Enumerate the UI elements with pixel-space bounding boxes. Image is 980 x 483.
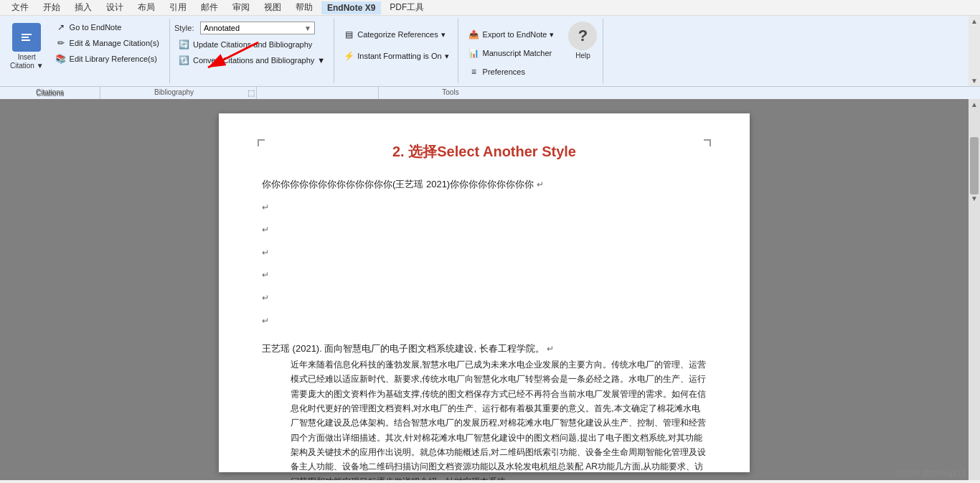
bibliography-buttons: 🔄 Update Citations and Bibliography 🔃 Co…	[174, 37, 329, 67]
update-icon: 🔄	[179, 39, 190, 50]
export-to-endnote-button[interactable]: 📤 Export to EndNote▾	[464, 27, 559, 42]
help-button[interactable]: ?	[568, 22, 597, 50]
svg-rect-1	[22, 34, 32, 35]
edit-library-icon: 📚	[55, 53, 67, 65]
para-mark-line-3: ↵	[262, 221, 707, 238]
bibliography-expand-icon[interactable]: ⬚	[248, 88, 255, 98]
style-value: Annotated	[204, 24, 240, 32]
svg-rect-2	[22, 37, 29, 38]
preferences-icon: ≡	[468, 66, 480, 78]
ribbon: InsertCitation ▼ ↗ Go to EndNote ✏ Edit …	[0, 16, 980, 99]
text-paragraph-1: 你你你你你你你你你你你你你你(王艺瑶 2021)你你你你你你你你你 ↵	[262, 176, 707, 193]
tools-group: 📤 Export to EndNote▾ 📊 Manuscript Matche…	[458, 19, 604, 83]
reference-main-line: 王艺瑶 (2021). 面向智慧电厂的电子图文档系统建设, 长春工程学院。 ↵	[262, 340, 707, 357]
ribbon-scroll[interactable]: ▲ ▼	[969, 16, 980, 86]
reference-abstract: 近年来随着信息化科技的蓬勃发展,智慧水电厂已成为未来水电企业发展的主要方向。传统…	[291, 357, 707, 480]
page-corner-tr	[704, 139, 711, 146]
scrollbar-thumb[interactable]	[970, 137, 979, 194]
para-mark-line-4: ↵	[262, 244, 707, 261]
para-mark-1: ↵	[537, 179, 544, 189]
scroll-up-icon[interactable]: ▲	[971, 17, 978, 25]
scroll-down-btn[interactable]: ▼	[971, 194, 978, 202]
style-dropdown[interactable]: Annotated ▼	[200, 22, 315, 34]
update-citations-button[interactable]: 🔄 Update Citations and Bibliography	[174, 37, 329, 52]
format-group: ▤ Categorize References▾ ⚡ Instant Forma…	[334, 19, 458, 83]
menu-file[interactable]: 文件	[6, 0, 34, 15]
citations-label: Citations	[0, 90, 100, 98]
menu-ref[interactable]: 引用	[164, 0, 192, 15]
document-body: 你你你你你你你你你你你你你你(王艺瑶 2021)你你你你你你你你你 ↵ ↵ ↵ …	[262, 176, 707, 480]
edit-library-button[interactable]: 📚 Edit Library Reference(s)	[51, 52, 164, 66]
style-label: Style:	[174, 24, 197, 32]
instant-formatting-button[interactable]: ⚡ Instant Formatting is On▾	[339, 49, 453, 63]
convert-citations-button[interactable]: 🔃 Convert Citations and Bibliography▼	[174, 53, 329, 67]
para-mark-line-6: ↵	[262, 289, 707, 306]
ribbon-labels-row: Citations Bibliography ⬚ Tools	[0, 86, 980, 99]
menu-design[interactable]: 设计	[100, 0, 129, 15]
document-page: 2. 选择Select Another Style 你你你你你你你你你你你你你你…	[219, 113, 750, 472]
insert-citation-icon	[12, 23, 41, 52]
ribbon-content: InsertCitation ▼ ↗ Go to EndNote ✏ Edit …	[0, 16, 980, 86]
edit-citation-icon: ✏	[55, 37, 67, 49]
instant-formatting-icon: ⚡	[343, 50, 354, 62]
style-row: Style: Annotated ▼	[174, 22, 329, 34]
menu-endnote[interactable]: EndNote X9	[321, 1, 381, 14]
para-mark-line-2: ↵	[262, 199, 707, 216]
vertical-scrollbar[interactable]: ▲ ▼	[969, 99, 980, 480]
menu-start[interactable]: 开始	[37, 0, 66, 15]
menu-review[interactable]: 审阅	[227, 0, 255, 15]
bibliography-group-label: Bibliography ⬚	[100, 87, 257, 99]
menu-pdf[interactable]: PDF工具	[384, 0, 430, 15]
menu-help[interactable]: 帮助	[290, 0, 319, 15]
svg-rect-3	[22, 39, 30, 41]
edit-manage-citation-button[interactable]: ✏ Edit & Manage Citation(s)	[51, 36, 164, 50]
para-mark-line-5: ↵	[262, 266, 707, 283]
tools-group-label: Tools	[379, 87, 522, 99]
menu-insert[interactable]: 插入	[69, 0, 98, 15]
menu-view[interactable]: 视图	[258, 0, 287, 15]
citations-small-buttons: ↗ Go to EndNote ✏ Edit & Manage Citation…	[51, 20, 164, 66]
scroll-up-btn[interactable]: ▲	[971, 100, 978, 108]
citations-group: InsertCitation ▼ ↗ Go to EndNote ✏ Edit …	[0, 19, 170, 83]
menu-bar: 文件 开始 插入 设计 布局 引用 邮件 审阅 视图 帮助 EndNote X9…	[0, 0, 980, 16]
menu-layout[interactable]: 布局	[132, 0, 161, 15]
reference-citation: 王艺瑶 (2021). 面向智慧电厂的电子图文档系统建设, 长春工程学院。	[262, 343, 545, 354]
manuscript-matcher-button[interactable]: 📊 Manuscript Matcher	[464, 46, 559, 60]
reference-section: 王艺瑶 (2021). 面向智慧电厂的电子图文档系统建设, 长春工程学院。 ↵ …	[262, 340, 707, 480]
menu-mail[interactable]: 邮件	[195, 0, 224, 15]
tools-buttons-col: 📤 Export to EndNote▾ 📊 Manuscript Matche…	[464, 22, 559, 79]
export-icon: 📤	[468, 29, 480, 40]
categorize-group-label	[257, 87, 379, 99]
categorize-references-button[interactable]: ▤ Categorize References▾	[339, 27, 453, 42]
ref-para-mark: ↵	[547, 344, 554, 354]
page-corner-tl	[258, 139, 265, 146]
convert-icon: 🔃	[179, 55, 190, 66]
manuscript-icon: 📊	[468, 47, 480, 59]
preferences-button[interactable]: ≡ Preferences	[464, 65, 559, 79]
help-label: Help	[575, 52, 590, 60]
watermark: CSDN @zhiting111	[897, 469, 966, 477]
para-mark-line-7: ↵	[262, 312, 707, 329]
style-dropdown-arrow: ▼	[304, 24, 311, 32]
document-wrapper[interactable]: 2. 选择Select Another Style 你你你你你你你你你你你你你你…	[0, 99, 969, 480]
text-content-1: 你你你你你你你你你你你你你你(王艺瑶 2021)你你你你你你你你你	[262, 179, 534, 189]
categorize-icon: ▤	[343, 29, 354, 40]
go-to-endnote-icon: ↗	[55, 22, 67, 33]
go-to-endnote-button[interactable]: ↗ Go to EndNote	[51, 20, 164, 34]
scroll-down-icon[interactable]: ▼	[971, 77, 978, 85]
insert-citation-label: InsertCitation ▼	[10, 53, 44, 70]
document-title: 2. 选择Select Another Style	[262, 142, 707, 161]
document-area: 2. 选择Select Another Style 你你你你你你你你你你你你你你…	[0, 99, 980, 480]
insert-citation-button[interactable]: InsertCitation ▼	[6, 20, 48, 73]
bibliography-group: Style: Annotated ▼ 🔄 Update Citations an…	[170, 19, 334, 83]
